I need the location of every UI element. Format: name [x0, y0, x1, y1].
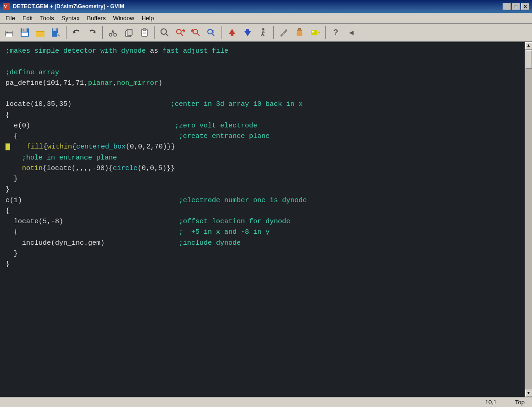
svg-text:V: V: [4, 4, 7, 9]
code-line-18: { ; +5 in x and -8 in y: [6, 227, 519, 237]
statusbar: 10,1 Top: [0, 397, 532, 407]
code-text: pa_define(101,71,71,planar,non_mirror): [6, 79, 162, 87]
redo-btn[interactable]: [85, 25, 100, 40]
code-line-16: {: [6, 206, 519, 216]
code-line-4: pa_define(101,71,71,planar,non_mirror): [6, 78, 519, 88]
code-text: {: [6, 111, 10, 119]
run-btn[interactable]: [256, 25, 271, 40]
svg-marker-44: [229, 29, 235, 34]
code-line-17: locate(5,-8) ;offset location for dynode: [6, 216, 519, 227]
svg-rect-14: [53, 28, 56, 31]
svg-line-32: [181, 33, 183, 36]
editor[interactable]: ;makes simple detector with dynode as fa…: [0, 42, 525, 397]
svg-rect-26: [143, 28, 146, 31]
svg-point-48: [262, 28, 265, 31]
undo-btn[interactable]: [69, 25, 84, 40]
search-prev-btn[interactable]: [188, 25, 203, 40]
app-icon: V: [3, 3, 10, 10]
more-btn[interactable]: ◀: [344, 25, 359, 40]
code-line-11: ;hole in entrance plane: [6, 153, 519, 163]
open-btn[interactable]: [33, 25, 48, 40]
cursor-position: 10,1: [485, 399, 497, 406]
code-text: notin{locate(,,,,-90){circle(0,0,5)}}: [6, 165, 175, 172]
code-text: }: [6, 175, 18, 183]
code-text: {: [6, 207, 10, 215]
copy-btn[interactable]: [121, 25, 136, 40]
code-text: ;hole in entrance plane: [6, 154, 117, 162]
editor-container: ;makes simple detector with dynode as fa…: [0, 42, 532, 397]
menu-tools[interactable]: Tools: [36, 14, 57, 22]
svg-marker-46: [244, 31, 251, 36]
code-text: locate(5,-8) ;offset location for dynode: [6, 218, 290, 226]
scroll-up-arrow[interactable]: ▲: [525, 42, 532, 50]
menu-edit[interactable]: Edit: [19, 14, 36, 22]
cursor: [6, 143, 10, 150]
code-line-9: { ;create entrance plane: [6, 131, 519, 142]
code-text: { ;create entrance plane: [6, 132, 270, 140]
paste-btn[interactable]: [137, 25, 151, 40]
close-btn[interactable]: ✕: [521, 3, 529, 10]
cut-btn[interactable]: [105, 25, 120, 40]
menu-syntax[interactable]: Syntax: [58, 14, 83, 22]
scroll-thumb[interactable]: [526, 50, 532, 69]
scroll-track[interactable]: [525, 50, 532, 390]
maximize-btn[interactable]: □: [512, 3, 520, 10]
menu-buffers[interactable]: Buffers: [83, 14, 109, 22]
menu-window[interactable]: Window: [109, 14, 138, 22]
svg-rect-55: [311, 30, 317, 35]
toolbar: ✎: [0, 24, 532, 42]
code-line-6: locate(10,35,35) ;center in 3d array 10 …: [6, 99, 519, 110]
bag-btn[interactable]: [292, 25, 307, 40]
svg-rect-9: [22, 33, 28, 36]
svg-point-19: [109, 33, 112, 36]
svg-marker-57: [317, 31, 320, 34]
code-line-21: }: [6, 259, 519, 270]
sep2: [102, 26, 103, 39]
code-text: e(0) ;zero volt electrode: [6, 122, 257, 130]
titlebar: V DETECT.GEM + (D:\sim7\Geometry) - GVIM…: [0, 0, 532, 13]
sep1: [66, 26, 66, 39]
window-controls: _ □ ✕: [503, 3, 529, 10]
nav-up-btn[interactable]: [225, 25, 239, 40]
save-btn[interactable]: [17, 25, 32, 40]
code-line-2: [6, 56, 519, 67]
sep5: [273, 26, 274, 39]
code-text: fill{within{centered_box(0,0,2,70)}}: [10, 143, 175, 151]
code-line-5: [6, 88, 519, 99]
search-btn[interactable]: [157, 25, 172, 40]
wrench-btn[interactable]: [277, 25, 291, 40]
code-line-14: }: [6, 184, 519, 195]
menu-file[interactable]: File: [2, 14, 19, 22]
search-file-btn[interactable]: B: [204, 25, 219, 40]
code-line-10: fill{within{centered_box(0,0,2,70)}}: [6, 142, 519, 152]
search-next-btn[interactable]: [173, 25, 188, 40]
code-text: e(1) ;electrode number one is dynode: [6, 197, 307, 204]
code-line-3: ;define array: [6, 67, 519, 78]
svg-rect-12: [36, 32, 44, 37]
svg-text:B: B: [212, 29, 215, 34]
svg-line-37: [197, 33, 200, 36]
code-line-8: e(0) ;zero volt electrode: [6, 121, 519, 131]
menu-help[interactable]: Help: [138, 14, 158, 22]
nav-down-btn[interactable]: [240, 25, 255, 40]
svg-text:✎: ✎: [57, 33, 60, 38]
svg-point-20: [114, 33, 116, 36]
minimize-btn[interactable]: _: [503, 3, 511, 10]
svg-line-22: [113, 30, 114, 33]
code-text: { ; +5 in x and -8 in y: [6, 228, 270, 236]
svg-point-36: [193, 29, 198, 34]
label-btn[interactable]: [308, 25, 322, 40]
svg-line-30: [166, 34, 168, 36]
scrollbar[interactable]: ▲ ▼: [525, 42, 532, 397]
help-btn[interactable]: ?: [328, 25, 343, 40]
window-title: DETECT.GEM + (D:\sim7\Geometry) - GVIM: [13, 3, 503, 10]
code-line-1: ;makes simple detector with dynode as fa…: [6, 46, 519, 56]
saveas-btn[interactable]: ✎: [49, 25, 63, 40]
scroll-position: Top: [515, 399, 525, 406]
svg-rect-53: [280, 33, 284, 37]
svg-line-52: [262, 34, 264, 36]
print-btn[interactable]: [2, 25, 17, 40]
scroll-down-arrow[interactable]: ▼: [525, 390, 532, 397]
menubar: File Edit Tools Syntax Buffers Window He…: [0, 13, 532, 24]
code-text: }: [6, 260, 10, 268]
